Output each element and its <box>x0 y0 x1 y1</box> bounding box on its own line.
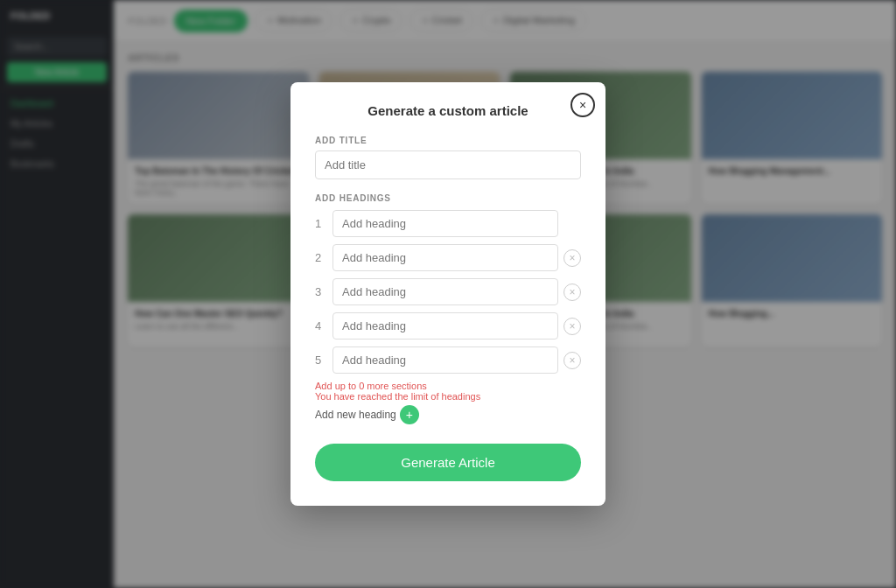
article-title-input[interactable] <box>315 150 581 179</box>
heading-row-2: 2 × <box>315 244 581 271</box>
heading-row-5: 5 × <box>315 346 581 374</box>
add-headings-label: ADD HEADINGS <box>315 193 581 203</box>
heading-input-3[interactable] <box>332 278 558 305</box>
heading-number-1: 1 <box>315 217 327 230</box>
add-more-sections-text: Add up to 0 more sections <box>315 381 480 391</box>
heading-number-5: 5 <box>315 354 327 367</box>
limit-reached-text: You have reached the limit of headings <box>315 391 480 402</box>
heading-row-4: 4 × <box>315 312 581 340</box>
remove-heading-3-button[interactable]: × <box>564 284 581 301</box>
remove-heading-2-button[interactable]: × <box>564 249 581 267</box>
heading-input-4[interactable] <box>332 312 558 340</box>
modal-title: Generate a custom article <box>315 103 581 118</box>
modal-overlay[interactable]: × Generate a custom article ADD TITLE AD… <box>0 0 896 588</box>
modal-close-button[interactable]: × <box>570 93 595 117</box>
remove-heading-5-button[interactable]: × <box>564 352 581 369</box>
add-title-label: ADD TITLE <box>315 136 581 145</box>
heading-number-2: 2 <box>315 251 327 264</box>
heading-row-1: 1 × <box>315 210 581 237</box>
heading-number-3: 3 <box>315 285 327 298</box>
heading-actions: Add up to 0 more sections You have reach… <box>315 381 581 424</box>
heading-input-5[interactable] <box>332 346 558 374</box>
heading-row-3: 3 × <box>315 278 581 305</box>
heading-input-1[interactable] <box>332 210 558 237</box>
remove-heading-4-button[interactable]: × <box>564 318 581 335</box>
add-heading-plus-button[interactable]: + <box>400 405 419 424</box>
heading-number-4: 4 <box>315 319 327 332</box>
limit-info: Add up to 0 more sections You have reach… <box>315 381 480 402</box>
generate-article-button[interactable]: Generate Article <box>315 444 581 481</box>
add-new-heading-action[interactable]: Add new heading + <box>315 405 419 424</box>
heading-input-2[interactable] <box>332 244 558 271</box>
add-new-heading-label: Add new heading <box>315 409 396 421</box>
modal-generate-article: × Generate a custom article ADD TITLE AD… <box>290 82 606 506</box>
